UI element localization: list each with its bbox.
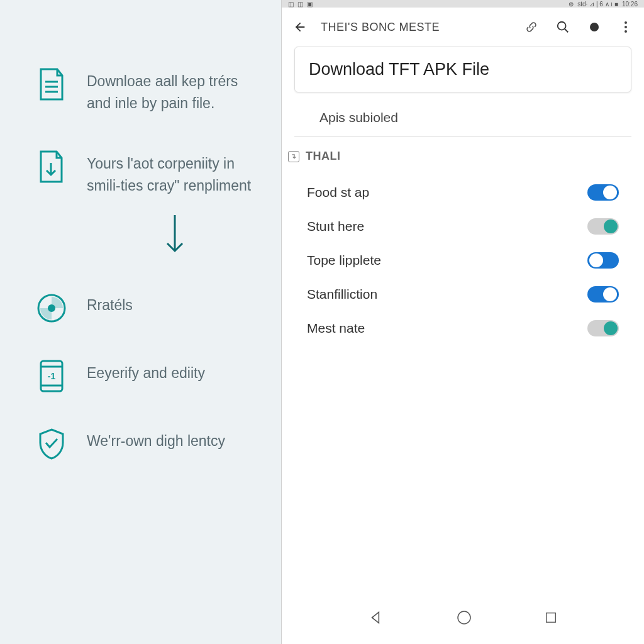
target-icon xyxy=(36,293,67,323)
setting-row-3: Tope lipplete xyxy=(307,243,619,277)
step-text-5: We'rr-own digh lentcy xyxy=(87,429,225,452)
more-icon[interactable] xyxy=(619,20,633,34)
link-icon[interactable] xyxy=(525,20,538,34)
nav-back-icon[interactable] xyxy=(368,609,384,628)
toggle-4[interactable] xyxy=(587,286,619,303)
svg-point-11 xyxy=(558,22,566,30)
app-bar-title: THEI'S BONC MESTE xyxy=(321,21,511,34)
document-icon xyxy=(36,69,67,99)
svg-line-12 xyxy=(565,29,569,33)
svg-point-13 xyxy=(625,21,627,24)
nav-recent-icon[interactable] xyxy=(544,611,558,627)
section-header: ↴ THALI xyxy=(282,137,644,175)
step-item-5: We'rr-own digh lentcy xyxy=(36,429,256,459)
setting-label: Stanfilliction xyxy=(307,287,377,302)
device-icon: -1 xyxy=(36,361,67,391)
svg-point-15 xyxy=(625,30,627,33)
app-bar: THEI'S BONC MESTE xyxy=(282,8,644,47)
download-file-icon xyxy=(36,152,67,182)
section-header-label: THALI xyxy=(306,150,341,163)
status-signal: std· ⊿ | 6 ∧ ı ■ xyxy=(577,1,618,8)
settings-list: Food st ap Stuıt here Tope lipplete Stan… xyxy=(282,175,644,345)
download-card[interactable]: Download TFT APK File xyxy=(294,47,631,92)
step-text-4: Eeyerify and ediity xyxy=(87,361,205,384)
card-title: Download TFT APK File xyxy=(309,60,617,79)
nav-home-icon[interactable] xyxy=(457,610,472,628)
svg-point-16 xyxy=(458,611,470,624)
search-icon[interactable] xyxy=(556,20,570,34)
arrow-down-icon xyxy=(162,212,256,258)
step-text-2: Yours l'aot corpeniity in smili-ties cra… xyxy=(87,152,256,196)
section-header-icon: ↴ xyxy=(288,151,299,162)
step-item-1: Downloae aall kep trérs and inle by pain… xyxy=(36,69,256,114)
toggle-5[interactable] xyxy=(587,320,619,336)
back-icon[interactable] xyxy=(293,20,307,34)
setting-label: Mest nate xyxy=(307,321,365,336)
svg-text:-1: -1 xyxy=(48,371,56,381)
setting-label: Tope lipplete xyxy=(307,253,381,268)
phone-screen: ◫◫▣ ⊚ std· ⊿ | 6 ∧ ı ■ 10:26 THEI'S BONC… xyxy=(281,0,644,644)
setting-row-1: Food st ap xyxy=(307,175,619,209)
left-info-panel: Downloae aall kep trérs and inle by pain… xyxy=(0,0,281,644)
step-item-2: Yours l'aot corpeniity in smili-ties cra… xyxy=(36,152,256,196)
record-icon[interactable] xyxy=(587,20,601,34)
status-left-icons: ◫◫▣ xyxy=(288,1,313,8)
shield-check-icon xyxy=(36,429,67,459)
setting-row-5: Mest nate xyxy=(307,311,619,345)
setting-row-4: Stanfilliction xyxy=(307,277,619,311)
toggle-3[interactable] xyxy=(587,252,619,269)
step-item-4: -1 Eeyerify and ediity xyxy=(36,361,256,391)
toggle-1[interactable] xyxy=(587,184,619,201)
step-text-1: Downloae aall kep trérs and inle by pain… xyxy=(87,69,256,114)
status-time: 10:26 xyxy=(622,1,638,8)
status-right-icons: ⊚ std· ⊿ | 6 ∧ ı ■ 10:26 xyxy=(569,1,638,8)
svg-point-14 xyxy=(625,26,627,28)
toggle-2[interactable] xyxy=(587,218,619,235)
setting-label: Food st ap xyxy=(307,185,369,200)
svg-point-6 xyxy=(48,304,55,312)
svg-rect-17 xyxy=(546,613,555,623)
nav-bar xyxy=(282,603,644,635)
setting-row-2: Stuıt here xyxy=(307,209,619,243)
step-item-3: Rratéls xyxy=(36,293,256,323)
subtitle-row: Apis subioled xyxy=(294,99,631,137)
status-bar: ◫◫▣ ⊚ std· ⊿ | 6 ∧ ı ■ 10:26 xyxy=(282,0,644,8)
step-text-3: Rratéls xyxy=(87,293,133,316)
setting-label: Stuıt here xyxy=(307,219,364,234)
